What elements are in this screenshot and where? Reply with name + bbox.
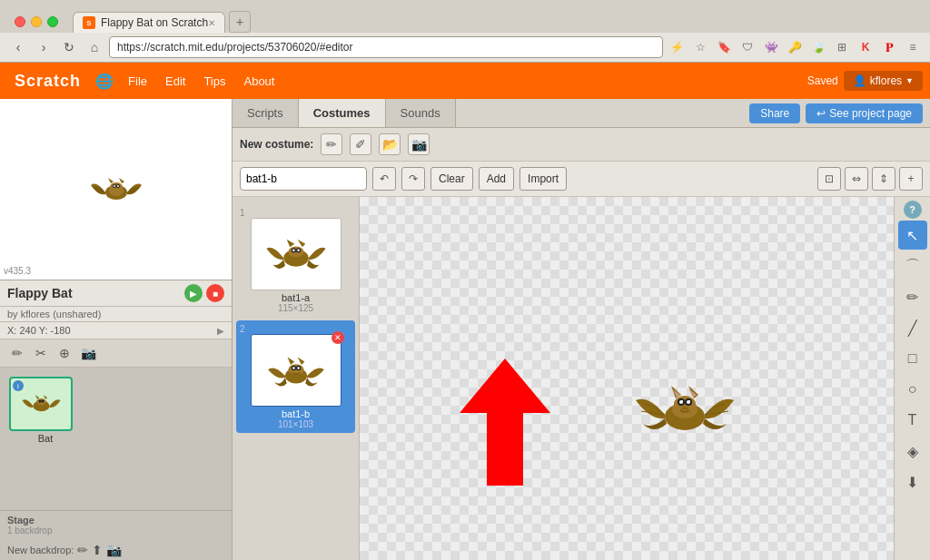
sprite-thumbnail[interactable]: i [9, 377, 73, 431]
see-project-button[interactable]: ↩ See project page [806, 103, 923, 123]
pencil-tool[interactable]: ✏ [898, 282, 927, 311]
tab-sounds[interactable]: Sounds [386, 99, 456, 127]
curve-tool[interactable]: ⌒ [898, 251, 927, 280]
new-backdrop-label: New backdrop: [7, 545, 74, 555]
flip-h-icon[interactable]: ⇔ [845, 167, 868, 191]
green-flag-button[interactable]: ▶ [184, 284, 203, 302]
rect-tool[interactable]: □ [898, 344, 927, 373]
new-costume-bar: New costume: ✏ ✐ 📂 📷 [232, 128, 930, 162]
redo-button[interactable]: ↷ [401, 167, 425, 191]
stage-section: Stage 1 backdrop [0, 510, 232, 539]
account-button[interactable]: 👤 kflores ▼ [844, 71, 923, 91]
scratch-menubar: Scratch 🌐 File Edit Tips About Saved 👤 k… [0, 63, 930, 99]
select-tool[interactable]: ↖ [898, 221, 927, 250]
back-button[interactable]: ‹ [7, 36, 29, 58]
key-icon: 🔑 [785, 37, 805, 57]
paint-sprite-icon[interactable]: ✏ [7, 343, 27, 363]
mask-icon: 👾 [761, 37, 781, 57]
stop-button[interactable]: ■ [206, 284, 224, 302]
star-icon[interactable]: ☆ [690, 37, 710, 57]
upload-costume-icon[interactable]: 📂 [379, 133, 401, 155]
svg-point-43 [681, 400, 683, 402]
address-input[interactable] [109, 36, 663, 58]
svg-point-16 [288, 246, 303, 257]
about-menu[interactable]: About [236, 71, 282, 92]
pinterest-icon: 𝐏 [879, 37, 899, 57]
close-button[interactable] [15, 16, 25, 27]
edit-costume-icon[interactable]: ✐ [350, 133, 371, 155]
tab-close-icon[interactable]: ✕ [208, 18, 215, 28]
tab-actions: Share ↩ See project page [749, 103, 930, 123]
costume-name-input[interactable] [240, 167, 367, 191]
camera-backdrop-icon[interactable]: 📷 [106, 543, 122, 557]
bookmark-icon[interactable]: 🔖 [714, 37, 734, 57]
costume-delete-icon[interactable]: ✕ [331, 331, 344, 344]
flip-v-icon[interactable]: ⇕ [872, 167, 895, 191]
saved-label: Saved [807, 74, 838, 87]
menu-icon[interactable]: ≡ [903, 37, 923, 57]
file-menu[interactable]: File [121, 71, 154, 92]
sprite-item-label: Bat [9, 433, 82, 444]
tab-costumes[interactable]: Costumes [299, 99, 386, 127]
download-tool[interactable]: ⬇ [898, 467, 927, 496]
toolbar-icons: ⚡ ☆ 🔖 🛡 👾 🔑 🍃 ⊞ K 𝐏 ≡ [667, 37, 923, 57]
copy-sprite-icon[interactable]: ⊕ [54, 343, 74, 363]
svg-marker-8 [119, 178, 124, 183]
line-tool[interactable]: ╱ [898, 313, 927, 342]
add-button[interactable]: Add [479, 167, 514, 191]
version-label: v435.3 [4, 266, 31, 276]
costume-edit-main: 1 [232, 197, 930, 560]
text-tool[interactable]: T [898, 406, 927, 435]
leaf-icon: 🍃 [808, 37, 828, 57]
scratch-logo[interactable]: Scratch [7, 68, 88, 94]
account-name: kflores [870, 74, 902, 87]
new-backdrop-bar: New backdrop: ✏ ⬆ 📷 [0, 539, 232, 560]
traffic-lights [7, 16, 65, 27]
undo-button[interactable]: ↶ [372, 167, 396, 191]
tips-menu[interactable]: Tips [196, 71, 232, 92]
svg-marker-29 [287, 357, 294, 365]
paint-backdrop-icon[interactable]: ✏ [77, 543, 88, 557]
costume-list: 1 [232, 197, 360, 560]
import-button[interactable]: Import [519, 167, 567, 191]
svg-marker-14 [43, 395, 47, 399]
k-icon: K [856, 37, 876, 57]
costume-item-1[interactable]: 1 [236, 204, 355, 317]
cut-sprite-icon[interactable]: ✂ [31, 343, 51, 363]
canvas-bat-image [630, 360, 739, 451]
browser-tab[interactable]: S Flappy Bat on Scratch ✕ [73, 12, 225, 33]
forward-button[interactable]: › [33, 36, 54, 58]
new-tab-button[interactable]: + [229, 11, 251, 33]
clear-button[interactable]: Clear [430, 167, 473, 191]
camera-costume-icon[interactable]: 📷 [408, 133, 430, 155]
zoom-in-icon[interactable]: + [899, 167, 923, 191]
ellipse-tool[interactable]: ○ [898, 375, 927, 404]
sprite-name-label: Flappy Bat [7, 286, 73, 300]
home-button[interactable]: ⌂ [84, 36, 105, 58]
tab-row: Scripts Costumes Sounds Share ↩ See proj… [232, 99, 930, 128]
globe-icon[interactable]: 🌐 [95, 73, 114, 90]
crop-tool-icon[interactable]: ⊡ [817, 167, 841, 191]
camera-sprite-icon[interactable]: 📷 [78, 343, 98, 363]
costume-thumb-1 [251, 218, 341, 290]
fill-tool[interactable]: ◈ [898, 437, 927, 466]
sprite-item-bat[interactable]: i Bat [9, 377, 82, 444]
reload-button[interactable]: ↻ [58, 36, 80, 58]
chevron-down-icon: ▼ [905, 76, 914, 85]
right-tools-panel: ? ↖ ⌒ ✏ ╱ □ ○ T ◈ ⬇ [894, 197, 930, 560]
sprite-tools-bar: ✏ ✂ ⊕ 📷 [0, 339, 232, 368]
minimize-button[interactable] [31, 16, 42, 27]
edit-menu[interactable]: Edit [158, 71, 193, 92]
help-button[interactable]: ? [904, 201, 922, 219]
tab-scripts[interactable]: Scripts [232, 99, 299, 127]
maximize-button[interactable] [47, 16, 58, 27]
costume-size-1: 115×125 [240, 303, 351, 313]
upload-backdrop-icon[interactable]: ⬆ [92, 543, 103, 557]
paint-costume-icon[interactable]: ✏ [321, 133, 342, 155]
canvas-area[interactable] [360, 197, 894, 560]
svg-point-24 [288, 364, 303, 375]
svg-point-5 [114, 185, 115, 187]
costume-item-2[interactable]: 2 ✕ [236, 320, 355, 433]
share-button[interactable]: Share [749, 103, 800, 123]
coords-arrow-icon[interactable]: ▶ [217, 326, 224, 336]
